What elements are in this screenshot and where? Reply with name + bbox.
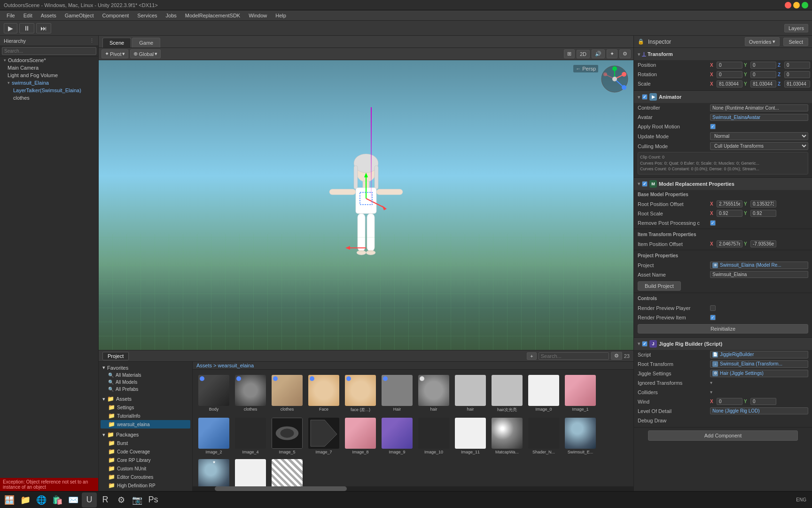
thumb-image0[interactable]: Image_0 — [526, 373, 561, 414]
wind-x-input[interactable] — [717, 398, 742, 405]
transform-header[interactable]: ▾ ⟂ Transform — [634, 48, 812, 60]
taskbar-store[interactable]: 🛍️ — [50, 492, 65, 508]
hierarchy-item-light[interactable]: Light and Fog Volume — [0, 71, 98, 79]
pkg-core-rp[interactable]: 📁 Core RP Library — [101, 456, 190, 464]
ignored-expand[interactable]: ▾ — [710, 380, 712, 385]
position-x-input[interactable] — [717, 62, 742, 69]
menu-window[interactable]: Window — [245, 12, 271, 19]
hierarchy-item-clothes[interactable]: clothes — [0, 94, 98, 102]
assets-settings[interactable]: 📁 Settings — [101, 403, 190, 412]
scrollbar-thumb[interactable] — [215, 486, 347, 491]
packages-header[interactable]: ▾ 📁 Packages — [101, 430, 190, 439]
thumb-image5[interactable]: Image_5 — [270, 416, 304, 456]
hierarchy-item-camera[interactable]: Main Camera — [0, 64, 98, 71]
menu-component[interactable]: Component — [98, 12, 133, 19]
taskbar-app1[interactable]: ⚙ — [114, 492, 129, 508]
menu-help[interactable]: Help — [272, 12, 290, 19]
reinitialize-button[interactable]: Reinitialize — [638, 324, 808, 333]
maximize-button[interactable] — [802, 2, 808, 8]
assets-tutorialinfo[interactable]: 📁 TutorialInfo — [101, 412, 190, 420]
scene-view[interactable]: ← Persp — [99, 60, 633, 350]
step-button[interactable]: ⏭ — [36, 23, 51, 33]
favorites-models[interactable]: 🔍 All Models — [101, 379, 190, 386]
global-dropdown[interactable]: ⊕ Global ▾ — [130, 49, 161, 58]
thumb-hair[interactable]: Hair — [380, 373, 414, 414]
thumb-hair3[interactable]: hair — [453, 373, 488, 414]
thumb-shader[interactable]: Shader_N... — [526, 416, 561, 456]
thumb-matcap[interactable]: MatcapWa... — [490, 416, 524, 456]
thumb-image4[interactable]: Image_4 — [233, 416, 268, 456]
assets-wearsuit[interactable]: 📁 wearsuit_elaina — [101, 420, 190, 429]
taskbar-app2[interactable]: 📷 — [130, 492, 145, 508]
pkg-hdrp[interactable]: 📁 High Definition RP — [101, 481, 190, 490]
menu-assets[interactable]: Assets — [37, 12, 60, 19]
thumb-image8[interactable]: Image_8 — [343, 416, 378, 456]
jiggle-script-ref[interactable]: 📄 JiggleRigBuilder — [710, 351, 808, 358]
project-ref[interactable]: ⊕ Swimsuit_Elaina (Model Re... — [710, 262, 808, 269]
fx-btn[interactable]: ✦ — [607, 49, 617, 58]
tab-project[interactable]: Project — [102, 352, 129, 360]
menu-services[interactable]: Services — [133, 12, 161, 19]
root-pos-x-input[interactable] — [717, 200, 742, 207]
thumb-face2[interactable]: face (差...) — [343, 373, 378, 414]
hierarchy-options[interactable]: ⋮ — [89, 38, 94, 44]
pkg-code-coverage[interactable]: 📁 Code Coverage — [101, 447, 190, 456]
hierarchy-search[interactable] — [2, 47, 96, 55]
layers-dropdown[interactable]: Layers — [784, 24, 808, 32]
jiggle-settings-ref[interactable]: ⚙ Hair (Jiggle Settings) — [710, 370, 808, 377]
thumb-body[interactable]: Body — [196, 373, 231, 414]
root-scale-x-input[interactable] — [717, 210, 742, 217]
thumb-hairglow[interactable]: 头发光亮 — [233, 458, 268, 486]
rotation-x-input[interactable] — [717, 71, 742, 78]
thumb-image9[interactable]: Image_9 — [380, 416, 414, 456]
pause-button[interactable]: ⏸ — [19, 23, 34, 33]
pkg-burst[interactable]: 📁 Burst — [101, 439, 190, 447]
select-button[interactable]: Select — [783, 38, 808, 46]
apply-root-motion-checkbox[interactable]: ✓ — [710, 124, 716, 129]
jiggle-enable[interactable]: ✓ — [642, 341, 648, 347]
menu-edit[interactable]: Edit — [20, 12, 36, 19]
render-preview-player-checkbox[interactable] — [710, 305, 716, 311]
jiggle-root-transform-ref[interactable]: ⟂ Swimsuit_Elaina (Transform... — [710, 360, 808, 368]
scale-x-input[interactable] — [717, 80, 742, 87]
gizmo-btn[interactable]: ⊞ — [564, 49, 575, 58]
avatar-ref[interactable]: Swimsuit_ElainaAvatar — [710, 114, 808, 121]
audio-btn[interactable]: 🔊 — [592, 49, 605, 58]
build-project-button[interactable]: Build Project — [638, 281, 681, 291]
hierarchy-item-scene[interactable]: ▾ OutdoorsScene* — [0, 56, 98, 64]
culling-mode-select[interactable]: Cull Update Transforms — [710, 142, 808, 150]
taskbar-explorer[interactable]: 📁 — [18, 492, 33, 508]
search-input[interactable] — [539, 352, 609, 360]
rotation-y-input[interactable] — [750, 71, 776, 78]
jiggle-rig-header[interactable]: ▾ ✓ J Jiggle Rig Builder (Script) — [634, 338, 812, 350]
thumb-clothes1[interactable]: clothes — [233, 373, 268, 414]
thumb-image2[interactable]: Image_2 — [196, 416, 231, 456]
animator-header[interactable]: ▾ ✓ ▶ Animator — [634, 91, 812, 103]
tab-scene[interactable]: Scene — [102, 38, 131, 48]
thumb-transparent[interactable]: 透明纱布... — [270, 458, 304, 486]
pkg-editor-coroutines[interactable]: 📁 Editor Coroutines — [101, 473, 190, 481]
assets-link[interactable]: Assets — [196, 363, 212, 368]
model-replacement-enable[interactable]: ✓ — [642, 181, 648, 187]
favorites-prefabs[interactable]: 🔍 All Prefabs — [101, 386, 190, 393]
asset-name-input[interactable]: Swimsuit_Elaina — [710, 271, 808, 278]
axis-gizmo[interactable] — [601, 65, 629, 93]
item-pos-y-input[interactable] — [750, 240, 776, 247]
2d-btn[interactable]: 2D — [577, 50, 590, 58]
favorites-header[interactable]: ▾ Favorites — [101, 364, 190, 372]
add-asset-btn[interactable]: + — [527, 352, 536, 360]
close-button[interactable] — [785, 2, 791, 8]
position-z-input[interactable] — [784, 62, 810, 69]
root-pos-y-input[interactable] — [750, 200, 776, 207]
thumb-swimsuit-e2[interactable]: ★ ★Swimsuit_E... — [196, 458, 231, 486]
add-component-button[interactable]: Add Component — [648, 430, 798, 441]
assets-header[interactable]: ▾ 📁 Assets — [101, 395, 190, 403]
overrides-button[interactable]: Overrides ▾ — [745, 37, 780, 46]
thumb-image11[interactable]: Image_11 — [453, 416, 488, 456]
taskbar-start[interactable]: 🪟 — [2, 492, 17, 508]
favorites-materials[interactable]: 🔍 All Materials — [101, 372, 190, 379]
bottom-scrollbar[interactable] — [193, 486, 633, 491]
thumb-face[interactable]: Face — [306, 373, 341, 414]
taskbar-unity[interactable]: U — [82, 492, 97, 508]
tab-game[interactable]: Game — [132, 38, 160, 48]
